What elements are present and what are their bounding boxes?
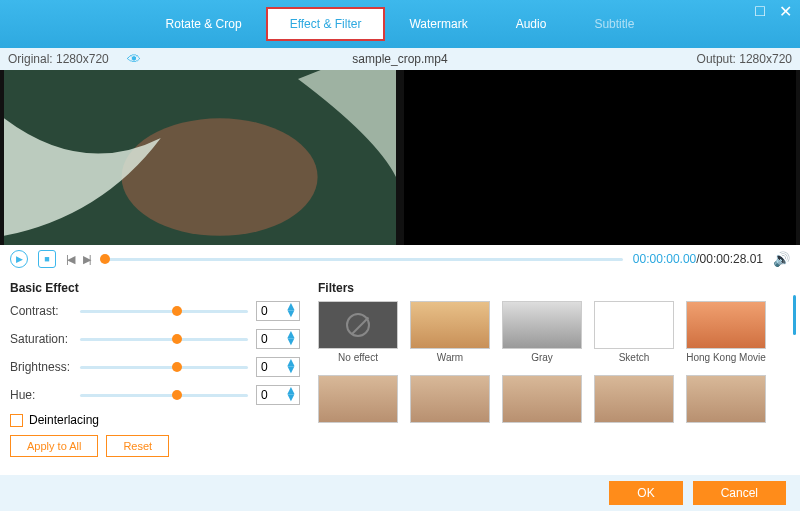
hue-slider[interactable] xyxy=(80,394,248,397)
filter-sketch[interactable]: Sketch xyxy=(594,301,674,363)
window-controls: □ ✕ xyxy=(755,2,792,21)
contrast-value[interactable]: 0▲▼ xyxy=(256,301,300,321)
basic-effect-panel: Basic Effect Contrast: 0▲▼ Saturation: 0… xyxy=(10,281,300,457)
tab-bar: Rotate & Crop Effect & Filter Watermark … xyxy=(142,7,659,41)
saturation-slider[interactable] xyxy=(80,338,248,341)
tab-rotate-crop[interactable]: Rotate & Crop xyxy=(142,7,266,41)
basic-buttons: Apply to All Reset xyxy=(10,435,300,457)
next-frame-button[interactable]: ▶| xyxy=(83,253,90,266)
titlebar: Rotate & Crop Effect & Filter Watermark … xyxy=(0,0,800,48)
hue-row: Hue: 0▲▼ xyxy=(10,385,300,405)
filter-warm[interactable]: Warm xyxy=(410,301,490,363)
tab-audio[interactable]: Audio xyxy=(492,7,571,41)
tab-subtitle[interactable]: Subtitle xyxy=(570,7,658,41)
prev-frame-button[interactable]: |◀ xyxy=(66,253,73,266)
filter-item-9[interactable] xyxy=(594,375,674,426)
contrast-label: Contrast: xyxy=(10,304,72,318)
filename-label: sample_crop.mp4 xyxy=(352,52,447,66)
maximize-icon[interactable]: □ xyxy=(755,2,765,21)
preview-output xyxy=(404,70,796,245)
filter-item-6[interactable] xyxy=(318,375,398,426)
basic-heading: Basic Effect xyxy=(10,281,300,295)
preview-eye-icon[interactable]: 👁 xyxy=(127,51,141,67)
stop-button[interactable]: ■ xyxy=(38,250,56,268)
preview-area xyxy=(0,70,800,245)
saturation-row: Saturation: 0▲▼ xyxy=(10,329,300,349)
play-button[interactable]: ▶ xyxy=(10,250,28,268)
playback-bar: ▶ ■ |◀ ▶| 00:00:00.00/00:00:28.01 🔊 xyxy=(0,245,800,273)
edit-area: Basic Effect Contrast: 0▲▼ Saturation: 0… xyxy=(0,273,800,457)
info-bar: Original: 1280x720 👁 sample_crop.mp4 Out… xyxy=(0,48,800,70)
apply-all-button[interactable]: Apply to All xyxy=(10,435,98,457)
filter-item-7[interactable] xyxy=(410,375,490,426)
output-resolution: Output: 1280x720 xyxy=(697,52,792,66)
filter-gray[interactable]: Gray xyxy=(502,301,582,363)
reset-button[interactable]: Reset xyxy=(106,435,169,457)
brightness-value[interactable]: 0▲▼ xyxy=(256,357,300,377)
saturation-value[interactable]: 0▲▼ xyxy=(256,329,300,349)
hue-label: Hue: xyxy=(10,388,72,402)
brightness-row: Brightness: 0▲▼ xyxy=(10,357,300,377)
close-icon[interactable]: ✕ xyxy=(779,2,792,21)
volume-icon[interactable]: 🔊 xyxy=(773,251,790,267)
hue-value[interactable]: 0▲▼ xyxy=(256,385,300,405)
brightness-slider[interactable] xyxy=(80,366,248,369)
cancel-button[interactable]: Cancel xyxy=(693,481,786,505)
original-resolution: Original: 1280x720 xyxy=(8,52,109,66)
deinterlacing-row: Deinterlacing xyxy=(10,413,300,427)
filter-item-10[interactable] xyxy=(686,375,766,426)
contrast-row: Contrast: 0▲▼ xyxy=(10,301,300,321)
filters-scrollbar[interactable] xyxy=(793,295,796,335)
ok-button[interactable]: OK xyxy=(609,481,682,505)
seek-track[interactable] xyxy=(100,258,623,261)
filters-grid: No effect Warm Gray Sketch Hong Kong Mov… xyxy=(318,301,790,426)
filter-hongkong[interactable]: Hong Kong Movie xyxy=(686,301,766,363)
filters-panel: Filters No effect Warm Gray Sketch Hong … xyxy=(318,281,790,457)
deinterlacing-checkbox[interactable] xyxy=(10,414,23,427)
tab-watermark[interactable]: Watermark xyxy=(385,7,491,41)
footer: OK Cancel xyxy=(0,475,800,511)
brightness-label: Brightness: xyxy=(10,360,72,374)
filters-heading: Filters xyxy=(318,281,790,295)
contrast-slider[interactable] xyxy=(80,310,248,313)
seek-knob[interactable] xyxy=(100,254,110,264)
preview-original xyxy=(4,70,396,245)
time-display: 00:00:00.00/00:00:28.01 xyxy=(633,252,763,266)
filter-item-8[interactable] xyxy=(502,375,582,426)
tab-effect-filter[interactable]: Effect & Filter xyxy=(266,7,386,41)
filter-no-effect[interactable]: No effect xyxy=(318,301,398,363)
saturation-label: Saturation: xyxy=(10,332,72,346)
deinterlacing-label: Deinterlacing xyxy=(29,413,99,427)
